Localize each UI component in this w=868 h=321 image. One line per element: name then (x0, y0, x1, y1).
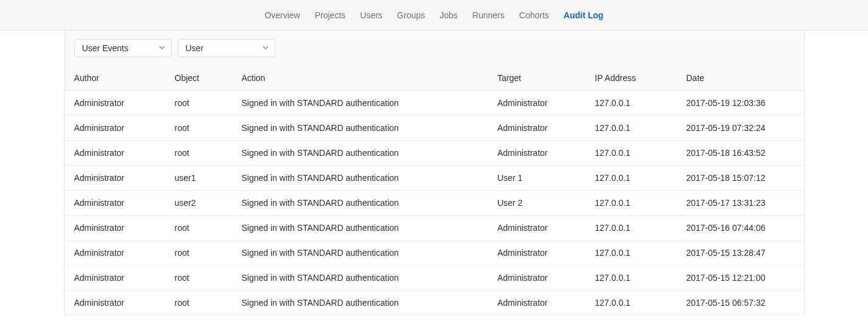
cell-action: Signed in with STANDARD authentication (242, 123, 498, 133)
header-author: Author (74, 73, 175, 83)
table-row: AdministratorrootSigned in with STANDARD… (65, 216, 804, 241)
cell-ip: 127.0.0.1 (595, 223, 686, 233)
cell-target: Administrator (498, 223, 595, 233)
nav-bar: OverviewProjectsUsersGroupsJobsRunnersCo… (0, 0, 868, 30)
cell-object: root (175, 298, 242, 308)
cell-date: 2017-05-17 13:31:23 (686, 198, 794, 208)
cell-target: Administrator (498, 148, 595, 158)
user-filter-dropdown[interactable]: User (178, 39, 275, 57)
cell-object: root (175, 123, 242, 133)
audit-log-table: Author Object Action Target IP Address D… (64, 66, 805, 316)
table-row: Administratoruser1Signed in with STANDAR… (65, 166, 804, 191)
cell-object: root (175, 223, 242, 233)
tab-cohorts[interactable]: Cohorts (512, 0, 556, 30)
cell-object: user2 (175, 198, 242, 208)
cell-author: Administrator (74, 123, 175, 133)
tab-overview[interactable]: Overview (257, 0, 307, 30)
cell-date: 2017-05-15 13:28:47 (686, 248, 794, 258)
header-target: Target (498, 73, 595, 83)
cell-action: Signed in with STANDARD authentication (242, 248, 498, 258)
cell-object: root (175, 248, 242, 258)
cell-author: Administrator (74, 98, 175, 108)
table-row: Administratoruser2Signed in with STANDAR… (65, 191, 804, 216)
cell-ip: 127.0.0.1 (595, 148, 686, 158)
chevron-down-icon (159, 44, 165, 52)
header-ip: IP Address (595, 73, 686, 83)
tab-audit-log[interactable]: Audit Log (556, 0, 610, 30)
table-row: AdministratorrootSigned in with STANDARD… (65, 116, 804, 141)
cell-target: Administrator (498, 248, 595, 258)
cell-author: Administrator (74, 223, 175, 233)
tab-jobs[interactable]: Jobs (432, 0, 465, 30)
event-type-value: User Events (82, 43, 129, 53)
cell-date: 2017-05-18 16:43:52 (686, 148, 794, 158)
header-action: Action (242, 73, 498, 83)
cell-ip: 127.0.0.1 (595, 198, 686, 208)
table-row: AdministratorrootSigned in with STANDARD… (65, 91, 804, 116)
cell-object: root (175, 148, 242, 158)
cell-action: Signed in with STANDARD authentication (242, 273, 498, 283)
table-row: AdministratorrootSigned in with STANDARD… (65, 266, 804, 291)
tab-runners[interactable]: Runners (465, 0, 512, 30)
cell-target: User 2 (498, 198, 595, 208)
cell-author: Administrator (74, 248, 175, 258)
nav-tabs: OverviewProjectsUsersGroupsJobsRunnersCo… (257, 0, 610, 30)
header-object: Object (175, 73, 242, 83)
cell-object: user1 (175, 173, 242, 183)
event-type-dropdown[interactable]: User Events (74, 39, 172, 57)
cell-date: 2017-05-15 06:57:32 (686, 298, 794, 308)
cell-action: Signed in with STANDARD authentication (242, 298, 498, 308)
filters-row: User Events User (64, 30, 805, 66)
cell-author: Administrator (74, 198, 175, 208)
table-row: AdministratorrootSigned in with STANDARD… (65, 291, 804, 316)
tab-users[interactable]: Users (353, 0, 390, 30)
cell-ip: 127.0.0.1 (595, 123, 686, 133)
cell-action: Signed in with STANDARD authentication (242, 148, 498, 158)
cell-date: 2017-05-15 12:21:00 (686, 273, 794, 283)
cell-action: Signed in with STANDARD authentication (242, 223, 498, 233)
cell-target: Administrator (498, 123, 595, 133)
tab-projects[interactable]: Projects (308, 0, 353, 30)
table-header: Author Object Action Target IP Address D… (65, 66, 804, 91)
cell-date: 2017-05-18 15:07:12 (686, 173, 794, 183)
cell-ip: 127.0.0.1 (595, 248, 686, 258)
chevron-down-icon (263, 44, 269, 52)
cell-object: root (175, 98, 242, 108)
header-date: Date (686, 73, 794, 83)
tab-groups[interactable]: Groups (390, 0, 432, 30)
cell-target: User 1 (498, 173, 595, 183)
cell-target: Administrator (498, 298, 595, 308)
cell-action: Signed in with STANDARD authentication (242, 98, 498, 108)
cell-author: Administrator (74, 173, 175, 183)
cell-author: Administrator (74, 298, 175, 308)
cell-ip: 127.0.0.1 (595, 173, 686, 183)
cell-date: 2017-05-19 12:03:36 (686, 98, 794, 108)
table-row: AdministratorrootSigned in with STANDARD… (65, 141, 804, 166)
cell-ip: 127.0.0.1 (595, 98, 686, 108)
cell-target: Administrator (498, 98, 595, 108)
cell-object: root (175, 273, 242, 283)
cell-ip: 127.0.0.1 (595, 298, 686, 308)
cell-ip: 127.0.0.1 (595, 273, 686, 283)
cell-author: Administrator (74, 148, 175, 158)
cell-action: Signed in with STANDARD authentication (242, 173, 498, 183)
cell-date: 2017-05-19 07:32:24 (686, 123, 794, 133)
cell-target: Administrator (498, 273, 595, 283)
table-row: AdministratorrootSigned in with STANDARD… (65, 241, 804, 266)
content-wrapper: User Events User Author Object Action Ta… (54, 30, 814, 316)
cell-action: Signed in with STANDARD authentication (242, 198, 498, 208)
cell-author: Administrator (74, 273, 175, 283)
user-filter-value: User (186, 43, 204, 53)
cell-date: 2017-05-16 07:44:06 (686, 223, 794, 233)
